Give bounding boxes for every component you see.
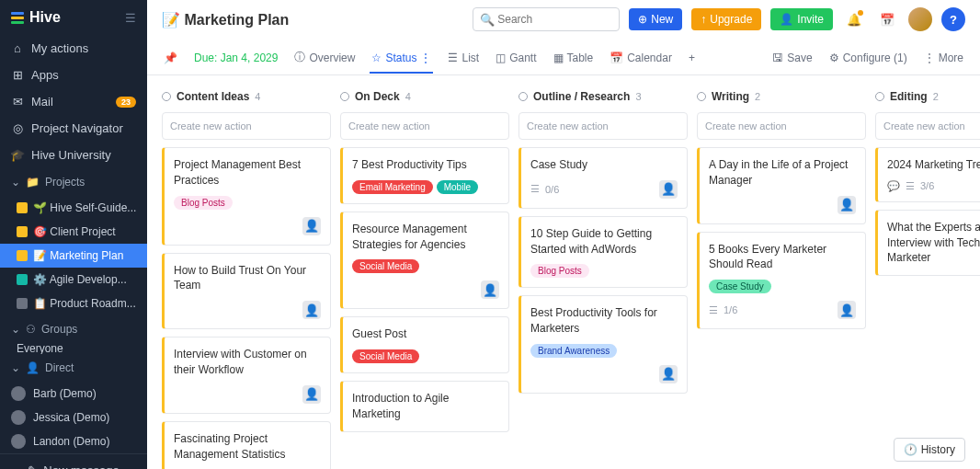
card-tags: Brand Awareness — [530, 344, 678, 358]
save-button[interactable]: 🖫Save — [770, 44, 814, 74]
configure-button[interactable]: ⚙Configure (1) — [827, 44, 909, 74]
assignee-avatar[interactable]: 👤 — [302, 301, 321, 319]
assignee-avatar[interactable]: 👤 — [302, 385, 321, 404]
card-meta: ☰1/6 — [709, 304, 737, 316]
project-item[interactable]: ⚙️ Agile Develop... — [0, 268, 147, 292]
tab-overview[interactable]: ⓘOverview — [292, 42, 357, 74]
more-icon[interactable]: ⋮ — [420, 51, 431, 64]
person-name: Landon (Demo) — [33, 435, 109, 448]
assignee-avatar[interactable]: 👤 — [838, 196, 856, 214]
card[interactable]: How to Build Trust On Your Team👤 — [162, 253, 331, 330]
card[interactable]: What the Experts are Saying: Interview w… — [875, 210, 980, 276]
card-title: Fascinating Project Management Statistic… — [174, 431, 321, 463]
project-color-icon — [17, 274, 28, 285]
help-button[interactable]: ? — [941, 7, 965, 31]
search-input[interactable] — [473, 7, 620, 31]
direct-person[interactable]: Landon (Demo) — [0, 429, 147, 453]
card[interactable]: Resource Management Strategies for Agenc… — [340, 212, 509, 310]
tag[interactable]: Brand Awareness — [530, 344, 617, 358]
person-name: Barb (Demo) — [33, 387, 97, 400]
card[interactable]: Case Study☰0/6👤 — [518, 147, 688, 209]
history-button[interactable]: 🕐 History — [894, 438, 965, 462]
card[interactable]: Fascinating Project Management Statistic… — [162, 421, 331, 469]
notification-dot — [858, 10, 863, 16]
create-action-input[interactable]: Create new action — [518, 112, 688, 140]
nav-project-navigator[interactable]: ◎ Project Navigator — [0, 115, 147, 142]
tag[interactable]: Email Marketing — [352, 180, 433, 194]
tag[interactable]: Mobile — [437, 180, 478, 194]
projects-header[interactable]: ⌄ 📁 Projects — [0, 168, 147, 196]
card[interactable]: Project Management Best PracticesBlog Po… — [162, 147, 331, 246]
assignee-avatar[interactable]: 👤 — [838, 301, 856, 319]
upgrade-button[interactable]: ↑Upgrade — [691, 8, 761, 30]
calendar-button[interactable]: 📅 — [875, 7, 899, 31]
direct-header[interactable]: ⌄ 👤 Direct — [0, 354, 147, 382]
nav-mail[interactable]: ✉ Mail 23 — [0, 88, 147, 115]
tag[interactable]: Social Media — [352, 259, 419, 273]
nav-hive-university[interactable]: 🎓 Hive University — [0, 142, 147, 168]
due-date[interactable]: Due: Jan 4, 2029 — [192, 44, 279, 74]
invite-button[interactable]: 👤Invite — [770, 8, 833, 30]
notifications-button[interactable]: 🔔 — [842, 7, 866, 31]
assignee-avatar[interactable]: 👤 — [481, 280, 499, 299]
card-title: 2024 Marketing Trend — [887, 157, 980, 173]
tag[interactable]: Blog Posts — [530, 264, 589, 278]
groups-header[interactable]: ⌄ ⚇ Groups — [0, 315, 147, 343]
tag[interactable]: Blog Posts — [174, 196, 233, 210]
card[interactable]: 7 Best Productivity TipsEmail MarketingM… — [340, 147, 509, 204]
tab-status[interactable]: ☆Status ⋮ — [370, 44, 433, 74]
mail-icon: ✉ — [11, 96, 24, 109]
btn-label: Upgrade — [710, 13, 752, 26]
create-action-input[interactable]: Create new action — [697, 112, 866, 140]
card-footer: 👤 — [174, 217, 321, 235]
project-item[interactable]: 📋 Product Roadm... — [0, 292, 147, 315]
apps-icon: ⊞ — [11, 69, 24, 82]
tab-label: Calendar — [627, 51, 672, 64]
project-item[interactable]: 🎯 Client Project — [0, 220, 147, 244]
card-footer: ☰1/6👤 — [709, 301, 856, 319]
card[interactable]: Interview with Customer on their Workflo… — [162, 337, 331, 414]
nav-my-actions[interactable]: ⌂ My actions — [0, 35, 147, 62]
card[interactable]: Guest PostSocial Media — [340, 316, 509, 373]
project-item[interactable]: 📝 Marketing Plan — [0, 244, 147, 268]
tab-table[interactable]: ▦Table — [552, 44, 596, 74]
btn-label: New — [651, 13, 673, 26]
assignee-avatar[interactable]: 👤 — [659, 365, 678, 383]
direct-person[interactable]: Barb (Demo) — [0, 382, 147, 406]
user-avatar[interactable] — [908, 7, 932, 31]
create-action-input[interactable]: Create new action — [162, 112, 331, 140]
more-button[interactable]: ⋮More — [922, 44, 965, 74]
tab-list[interactable]: ☰List — [446, 44, 481, 74]
project-name: 📝 Marketing Plan — [33, 249, 123, 262]
menu-toggle-icon[interactable]: ☰ — [125, 11, 136, 25]
card-title: 7 Best Productivity Tips — [352, 157, 499, 173]
direct-person[interactable]: Jessica (Demo) — [0, 406, 147, 429]
create-action-input[interactable]: Create new action — [875, 112, 980, 140]
new-message-button[interactable]: ✎ New message — [0, 453, 147, 469]
project-item[interactable]: 🌱 Hive Self-Guide... — [0, 196, 147, 220]
nav-label: Mail — [31, 95, 53, 109]
card[interactable]: 2024 Marketing Trend💬☰3/6 — [875, 147, 980, 202]
card-title: How to Build Trust On Your Team — [174, 263, 321, 294]
assignee-avatar[interactable]: 👤 — [659, 180, 678, 199]
card[interactable]: 10 Step Guide to Getting Started with Ad… — [518, 216, 688, 289]
tab-calendar[interactable]: 📅Calendar — [608, 44, 674, 74]
card[interactable]: 5 Books Every Marketer Should ReadCase S… — [697, 232, 866, 330]
add-view-button[interactable]: + — [687, 44, 697, 74]
nav-apps[interactable]: ⊞ Apps — [0, 62, 147, 88]
tab-label: List — [462, 51, 479, 64]
card-meta: 💬☰3/6 — [887, 180, 934, 192]
pin-button[interactable]: 📌 — [162, 44, 179, 74]
assignee-avatar[interactable]: 👤 — [302, 217, 321, 235]
card[interactable]: Best Productivity Tools for MarketersBra… — [518, 295, 688, 394]
tag[interactable]: Social Media — [352, 349, 419, 363]
logo[interactable]: Hive ☰ — [0, 0, 147, 35]
card[interactable]: Introduction to Agile Marketing — [340, 381, 509, 432]
new-button[interactable]: ⊕New — [629, 8, 682, 30]
project-color-icon — [17, 298, 28, 309]
card[interactable]: A Day in the Life of a Project Manager👤 — [697, 147, 866, 224]
create-action-input[interactable]: Create new action — [340, 112, 509, 140]
tab-gantt[interactable]: ◫Gantt — [494, 44, 538, 74]
tag[interactable]: Case Study — [709, 280, 771, 293]
group-everyone[interactable]: Everyone — [0, 343, 147, 354]
